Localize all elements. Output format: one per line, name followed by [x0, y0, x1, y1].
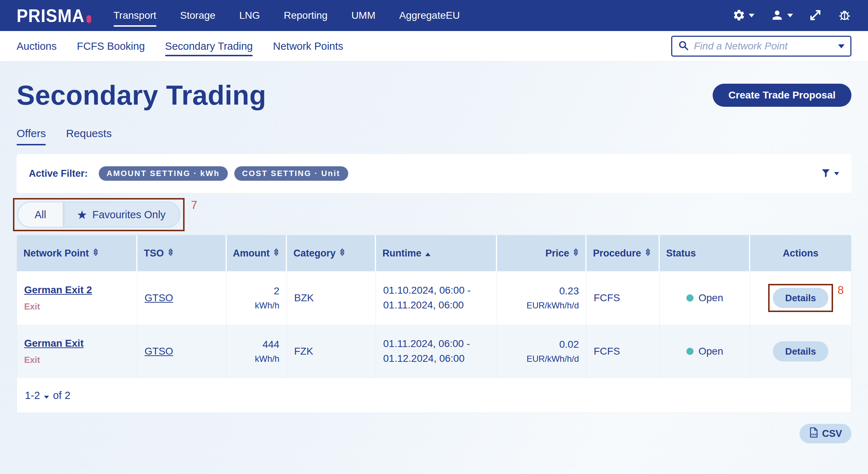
status-cell: Open [660, 325, 750, 378]
create-trade-proposal-button[interactable]: Create Trade Proposal [713, 84, 851, 107]
topnav-item-reporting[interactable]: Reporting [284, 0, 327, 31]
tab-requests[interactable]: Requests [66, 127, 112, 145]
offers-table: Network Point TSO Amount Category Runtim… [17, 235, 851, 413]
sort-both-icon [273, 248, 279, 259]
filter-menu-button[interactable] [820, 167, 839, 180]
page-range-value: 1-2 [25, 390, 40, 401]
star-icon: ★ [77, 209, 88, 221]
sort-both-icon [645, 248, 651, 259]
procedure-cell: FCFS [586, 271, 660, 325]
favourites-toggle[interactable]: All ★ Favourites Only [17, 202, 180, 228]
prisma-logo[interactable]: PRISMA [17, 6, 91, 26]
top-navigation: PRISMA Transport Storage LNG Reporting U… [0, 0, 868, 31]
subnav-item-fcfs-booking[interactable]: FCFS Booking [77, 31, 145, 61]
tso-cell: GTSO [137, 271, 227, 325]
chevron-down-icon[interactable] [838, 44, 845, 48]
status-open-dot-icon [686, 348, 694, 355]
price-cell: 0.23 EUR/kWh/h/d [497, 271, 586, 325]
topnav-item-lng[interactable]: LNG [239, 0, 260, 31]
active-filter-bar: Active Filter: AMOUNT SETTING · kWh COST… [17, 154, 851, 193]
amount-cell: 2 kWh/h [227, 271, 287, 325]
funnel-icon [820, 167, 832, 180]
details-button[interactable]: Details [773, 341, 828, 361]
topnav-item-transport[interactable]: Transport [114, 0, 156, 31]
column-header-network-point[interactable]: Network Point [17, 235, 137, 271]
bug-icon [838, 8, 851, 23]
search-icon [678, 40, 689, 52]
settings-menu-button[interactable] [732, 9, 754, 23]
tso-link[interactable]: GTSO [145, 346, 173, 357]
status-label: Open [699, 346, 723, 357]
chevron-down-icon [749, 14, 754, 17]
network-point-cell: German Exit Exit [17, 325, 137, 378]
actions-cell: Details 8 [750, 271, 851, 325]
actions-cell: Details [750, 325, 851, 378]
sort-both-icon [339, 248, 345, 259]
column-header-runtime[interactable]: Runtime [376, 235, 497, 271]
toggle-option-favourites-only[interactable]: ★ Favourites Only [63, 202, 180, 227]
amount-unit: kWh/h [255, 354, 279, 364]
runtime-start: 01.11.2024, 06:00 - [383, 337, 490, 351]
chevron-down-icon [44, 390, 49, 401]
procedure-cell: FCFS [586, 325, 660, 378]
annotation-number-7: 7 [191, 199, 197, 212]
chevron-down-icon [787, 14, 793, 17]
sort-both-icon [93, 248, 99, 259]
subnav-item-network-points[interactable]: Network Points [273, 31, 343, 61]
network-point-cell: German Exit 2 Exit [17, 271, 137, 325]
active-filter-label: Active Filter: [29, 168, 88, 179]
topnav-item-umm[interactable]: UMM [351, 0, 376, 31]
price-unit: EUR/kWh/h/d [527, 300, 579, 311]
page-range-selector[interactable]: 1-2 [25, 390, 49, 401]
amount-unit: kWh/h [255, 300, 279, 311]
annotation-number-8: 8 [837, 284, 843, 297]
tab-offers[interactable]: Offers [17, 127, 46, 145]
column-header-price[interactable]: Price [497, 235, 586, 271]
amount-value: 2 [274, 285, 279, 297]
status-label: Open [699, 292, 723, 304]
price-value: 0.23 [559, 285, 579, 297]
runtime-start: 01.10.2024, 06:00 - [383, 283, 490, 298]
filter-chip-cost-setting[interactable]: COST SETTING · Unit [234, 166, 348, 181]
page-total-label: of 2 [53, 390, 70, 401]
runtime-cell: 01.11.2024, 06:00 - 01.12.2024, 06:00 [376, 325, 497, 378]
procedure-value: FCFS [594, 346, 652, 357]
column-header-amount[interactable]: Amount [227, 235, 287, 271]
column-header-procedure[interactable]: Procedure [586, 235, 660, 271]
tso-cell: GTSO [137, 325, 227, 378]
network-point-link[interactable]: German Exit [24, 338, 84, 349]
csv-file-icon: csv [809, 427, 818, 440]
page-title: Secondary Trading [17, 79, 266, 111]
export-csv-button[interactable]: csv CSV [800, 424, 851, 443]
topnav-item-aggregateeu[interactable]: AggregateEU [399, 0, 460, 31]
column-header-tso[interactable]: TSO [137, 235, 227, 271]
column-header-category[interactable]: Category [287, 235, 376, 271]
table-header-row: Network Point TSO Amount Category Runtim… [17, 235, 851, 271]
main-content: Secondary Trading Create Trade Proposal … [0, 79, 868, 443]
topnav-item-storage[interactable]: Storage [180, 0, 216, 31]
direction-label: Exit [24, 355, 130, 365]
table-row: German Exit 2 Exit GTSO 2 kWh/h BZK 01.1… [17, 271, 851, 325]
filter-chip-amount-setting[interactable]: AMOUNT SETTING · kWh [99, 166, 228, 181]
toggle-option-all[interactable]: All [18, 202, 63, 227]
category-value: BZK [294, 292, 368, 304]
fullscreen-button[interactable] [809, 9, 822, 23]
svg-text:csv: csv [811, 432, 817, 436]
status-open-dot-icon [686, 294, 694, 302]
network-point-search[interactable] [671, 36, 851, 57]
account-menu-button[interactable] [770, 8, 793, 23]
bug-report-button[interactable] [838, 8, 851, 23]
prisma-logo-dot-icon [87, 15, 91, 23]
network-point-link[interactable]: German Exit 2 [24, 284, 92, 295]
column-header-actions: Actions [750, 235, 851, 271]
amount-value: 444 [262, 339, 279, 350]
subnav-item-secondary-trading[interactable]: Secondary Trading [165, 31, 253, 61]
subnav-item-auctions[interactable]: Auctions [17, 31, 57, 61]
sort-both-icon [573, 248, 579, 259]
category-cell: BZK [287, 271, 376, 325]
procedure-value: FCFS [594, 292, 652, 304]
tso-link[interactable]: GTSO [145, 292, 173, 303]
category-value: FZK [294, 346, 368, 357]
details-button[interactable]: Details [773, 288, 828, 308]
search-input[interactable] [694, 40, 833, 52]
